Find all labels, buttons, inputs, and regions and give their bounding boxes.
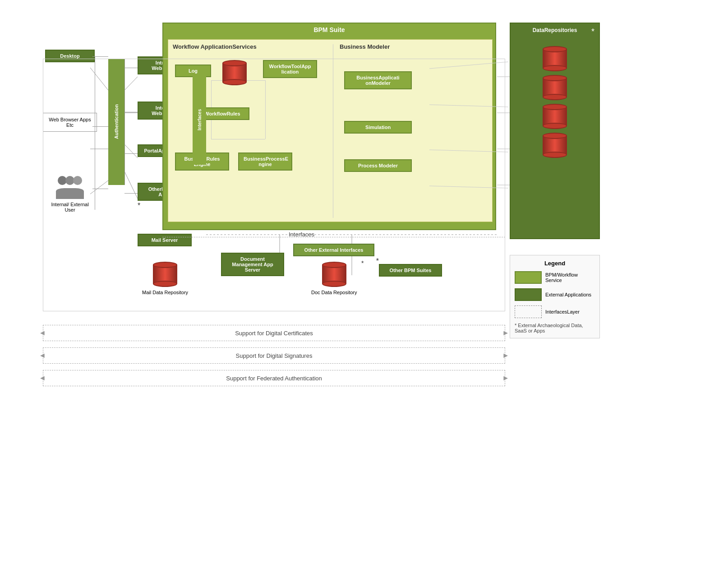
workflow-services-title: Workflow ApplicationServices [173,43,257,50]
certs-left-arrow: ◄ [39,329,46,337]
data-repos-cylinders [511,46,599,158]
legend-interfaces-layer-label: InterfacesLayer [545,309,580,314]
legend-external-apps: External Applications [515,288,595,301]
legend-title: Legend [515,260,595,267]
other-external-interfaces-label: Other External Interfaces [293,244,374,256]
legend-bpm-color-swatch [515,271,542,284]
data-repositories-box: DataRepositories [510,23,600,239]
support-digital-certs-bar: ◄ Support for Digital Certificates ► [43,325,505,341]
digital-sigs-label: Support for Digital Signatures [236,352,313,359]
support-digital-sigs-bar: ◄ Support for Digital Signatures ► [43,347,505,364]
sigs-right-arrow: ► [502,351,509,360]
doc-management-label: Document Management App Server [221,253,284,276]
left-connector-h1 [92,56,108,57]
other-bpm-suites-label: Other BPM Suites [379,264,442,277]
repo-asterisk: * [591,27,594,37]
repo-db-3 [543,104,567,129]
repo-db-1 [543,46,567,71]
doc-data-repo: Doc Data Repository * [311,262,357,295]
legend-interfaces-color-swatch [515,305,542,318]
legend-interfaces-layer: InterfacesLayer [515,305,595,318]
doc-management-box: Document Management App Server [221,253,284,276]
legend-bpm-workflow: BPM/Workflow Service [515,271,595,284]
legend-archaeological: * External Archaeological Data, SaaS or … [515,323,595,333]
legend-external-apps-label: External Applications [545,292,591,297]
diagram-container: Desktop Web Browser Apps Etc Internal/ E… [18,23,708,474]
federated-auth-label: Support for Federated Authentication [226,375,322,382]
repo-db-4 [543,133,567,158]
legend-bpm-workflow-label: BPM/Workflow Service [545,272,595,283]
repo-db-2 [543,75,567,100]
workflow-db-icon [222,60,247,85]
certs-right-arrow: ► [502,329,509,337]
doc-data-repo-label: Doc Data Repository [311,290,357,295]
support-federated-auth-bar: ◄ Support for Federated Authentication ► [43,370,505,386]
workflow-db [222,60,247,85]
other-external-interfaces-box: Other External Interfaces * [293,244,374,256]
fed-auth-left-arrow: ◄ [39,374,46,382]
sigs-left-arrow: ◄ [39,351,46,360]
doc-repo-asterisk: * [361,259,364,267]
doc-db-icon [311,262,357,287]
other-bpm-suites-box: Other BPM Suites [379,264,442,277]
business-modeler-title: Business Modeler [340,43,390,50]
fed-auth-right-arrow: ► [502,374,509,382]
legend-ext-apps-color-swatch [515,288,542,301]
digital-certs-label: Support for Digital Certificates [235,330,313,337]
data-repos-title: DataRepositories [511,23,599,37]
legend-box: Legend BPM/Workflow Service External App… [510,255,600,338]
